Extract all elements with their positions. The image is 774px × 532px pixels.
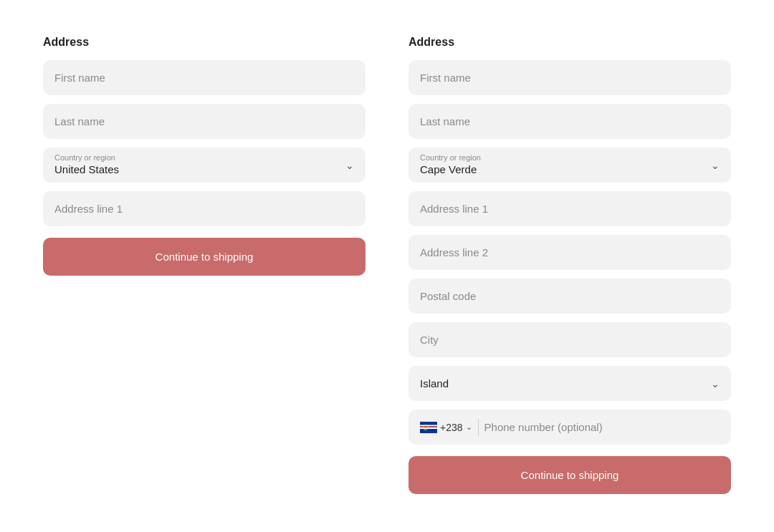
right-last-name-input[interactable] <box>408 104 731 139</box>
right-city-input[interactable] <box>408 322 731 357</box>
right-address2-input[interactable] <box>408 235 731 270</box>
svg-rect-2 <box>420 426 437 427</box>
svg-rect-1 <box>420 425 437 426</box>
right-first-name-input[interactable] <box>408 60 731 95</box>
left-address-form: Address Country or region United States … <box>43 36 366 494</box>
svg-rect-3 <box>420 427 437 429</box>
right-continue-button[interactable]: Continue to shipping <box>408 456 731 494</box>
right-phone-field-wrapper: +238 ⌄ <box>408 410 731 445</box>
left-country-wrapper: Country or region United States Canada U… <box>43 147 366 183</box>
svg-point-4 <box>425 424 426 425</box>
svg-point-13 <box>424 425 425 426</box>
svg-point-11 <box>423 427 424 429</box>
phone-country-code: +238 <box>440 422 463 433</box>
right-country-wrapper: Country or region Cape Verde United Stat… <box>408 147 731 183</box>
left-section-title: Address <box>43 36 366 49</box>
left-first-name-input[interactable] <box>43 60 366 95</box>
right-island-wrapper: Island Santiago São Vicente Santo Antão … <box>408 366 731 401</box>
left-last-name-input[interactable] <box>43 104 366 139</box>
right-country-select[interactable]: Cape Verde United States Canada United K… <box>408 147 731 183</box>
page-container: Address Country or region United States … <box>14 21 760 508</box>
phone-code-chevron-icon: ⌄ <box>466 422 472 432</box>
right-phone-flag-selector[interactable]: +238 ⌄ <box>420 422 472 433</box>
right-address1-input[interactable] <box>408 191 731 226</box>
phone-separator <box>478 419 479 436</box>
cape-verde-flag-icon <box>420 422 437 433</box>
right-address-form: Address Country or region Cape Verde Uni… <box>408 36 731 494</box>
svg-point-12 <box>423 426 424 427</box>
svg-point-8 <box>426 429 428 430</box>
left-address1-input[interactable] <box>43 191 366 226</box>
right-section-title: Address <box>408 36 731 49</box>
left-continue-button[interactable]: Continue to shipping <box>43 238 366 276</box>
svg-point-7 <box>427 427 429 429</box>
left-country-select[interactable]: United States Canada United Kingdom Aust… <box>43 147 366 183</box>
right-island-select[interactable]: Island Santiago São Vicente Santo Antão … <box>408 366 731 401</box>
right-postal-input[interactable] <box>408 279 731 314</box>
svg-point-9 <box>425 429 426 430</box>
svg-point-6 <box>427 426 429 427</box>
svg-point-5 <box>426 425 428 426</box>
svg-point-10 <box>424 428 425 430</box>
right-phone-input[interactable] <box>484 410 720 445</box>
